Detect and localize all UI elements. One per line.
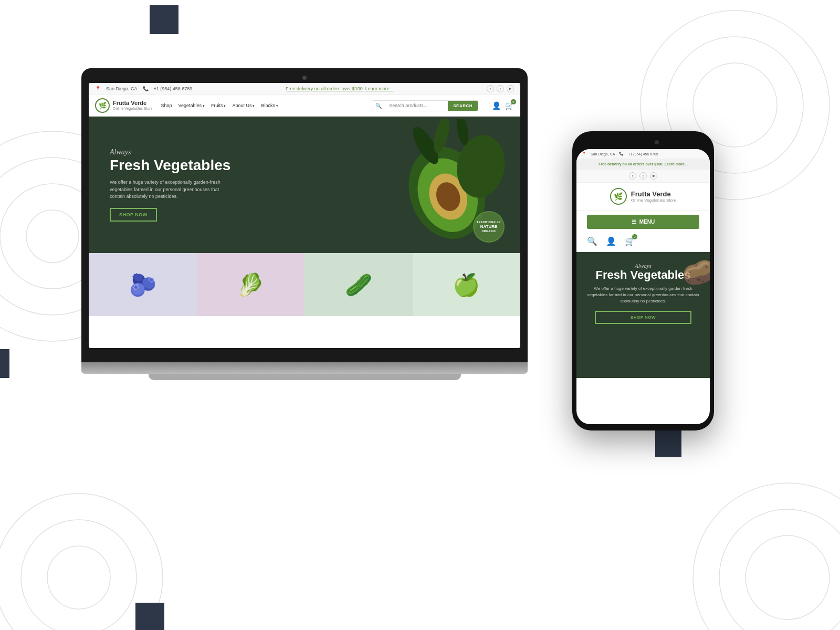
phone-logo-name: Frutta Verde (631, 190, 676, 198)
phone-logo-icon: 🌿 (610, 188, 627, 205)
location-pin-icon: 📍 (95, 86, 101, 91)
nav-blocks[interactable]: Blocks (261, 103, 278, 108)
phone-learn-more[interactable]: Learn more... (665, 162, 688, 166)
phone-cart-badge: 0 (632, 234, 637, 239)
cart-icon[interactable]: 🛒 0 (505, 101, 514, 110)
svg-point-10 (693, 483, 840, 630)
laptop-screen: 📍 San Diego, CA 📞 +1 (954) 456 6789 Free… (89, 83, 520, 348)
phone-screen: 📍 San Diego, CA 📞 +1 (954) 456 6789 Free… (576, 149, 710, 424)
cabbage-image: 🥬 (227, 264, 274, 306)
site-hero: Always Fresh Vegetables We offer a huge … (89, 117, 520, 253)
phone-youtube-icon[interactable]: ▶ (650, 172, 657, 180)
phone-logo-sub: Online Vegetables Store (631, 198, 676, 203)
nav-shop[interactable]: Shop (161, 103, 172, 108)
site-topbar: 📍 San Diego, CA 📞 +1 (954) 456 6789 Free… (89, 83, 520, 95)
logo-sub: Online Vegetables Store (113, 107, 153, 111)
phone-frame: 📍 San Diego, CA 📞 +1 (954) 456 6789 Free… (572, 131, 714, 430)
berries-image: 🫐 (119, 264, 166, 306)
account-icon[interactable]: 👤 (492, 101, 501, 110)
nature-badge: TRADITIONALLY NATURE ORGANIC (473, 211, 505, 243)
nav-about[interactable]: About Us (232, 103, 255, 108)
laptop-mockup: 📍 San Diego, CA 📞 +1 (954) 456 6789 Free… (81, 68, 528, 394)
product-strip: 🫐 🥬 🥒 🍏 (89, 253, 520, 316)
phone-notch (622, 138, 664, 147)
svg-point-5 (21, 520, 136, 630)
phone-search-icon[interactable]: 🔍 (587, 236, 597, 246)
logo-name: Frutta Verde (113, 100, 153, 107)
topbar-left: 📍 San Diego, CA 📞 +1 (954) 456 6789 (95, 86, 192, 91)
hero-cta-button[interactable]: SHOP NOW (110, 208, 157, 222)
hero-desc: We offer a huge variety of exceptionally… (110, 179, 225, 201)
phone-camera (655, 140, 659, 144)
phone-mockup: 📍 San Diego, CA 📞 +1 (954) 456 6789 Free… (572, 131, 714, 430)
product-apple: 🍏 (413, 253, 521, 316)
phone-hero-cta[interactable]: SHOP NOW (595, 311, 691, 324)
laptop-camera (302, 76, 307, 80)
phone-topbar: 📍 San Diego, CA 📞 +1 (954) 456 6789 (576, 149, 710, 159)
svg-point-3 (26, 210, 79, 262)
phone-account-icon[interactable]: 👤 (606, 236, 616, 246)
phone-phone: +1 (954) 456 6789 (628, 152, 658, 156)
phone-social: f t ▶ (576, 170, 710, 183)
twitter-icon[interactable]: t (497, 85, 504, 92)
topbar-phone: +1 (954) 456 6789 (154, 86, 193, 91)
search-button[interactable]: SEARCH (448, 101, 478, 111)
topbar-social: f t ▶ (487, 85, 514, 92)
phone-menu-button[interactable]: ☰ MENU (587, 215, 699, 229)
topbar-location: San Diego, CA (106, 86, 138, 91)
badge-organic: ORGANIC (481, 229, 496, 233)
hero-image: TRADITIONALLY NATURE ORGANIC (342, 117, 520, 253)
search-area[interactable]: 🔍 SEARCH (372, 100, 478, 111)
search-icon: 🔍 (372, 103, 385, 109)
nav-vegetables[interactable]: Vegetables (178, 103, 205, 108)
badge-nature: NATURE (480, 224, 498, 229)
svg-point-6 (47, 546, 110, 609)
cucumber-image: 🥒 (335, 264, 382, 306)
site-navbar: 🌿 Frutta Verde Online Vegetables Store S… (89, 95, 520, 117)
product-cabbage: 🥬 (197, 253, 305, 316)
product-berries: 🫐 (89, 253, 197, 316)
topbar-promo: Free delivery on all orders over $100. L… (286, 86, 393, 91)
search-input[interactable] (385, 101, 448, 110)
dark-accent-1 (150, 5, 178, 34)
phone-phone-icon: 📞 (619, 152, 624, 156)
laptop-foot (149, 374, 461, 380)
menu-label: MENU (639, 219, 655, 225)
dark-accent-4 (135, 603, 164, 630)
topbar-phone-icon: 📞 (143, 86, 149, 91)
hero-always: Always (110, 148, 230, 156)
phone-delivery-bar: Free delivery on all orders over $100. L… (576, 159, 710, 170)
hamburger-icon: ☰ (632, 219, 636, 225)
phone-twitter-icon[interactable]: t (639, 172, 647, 180)
laptop-base (81, 362, 528, 374)
cart-badge: 0 (511, 99, 516, 104)
dark-accent-2 (0, 349, 9, 378)
laptop-frame: 📍 San Diego, CA 📞 +1 (954) 456 6789 Free… (81, 68, 528, 362)
apple-image: 🍏 (443, 264, 490, 306)
hero-title: Fresh Vegetables (110, 158, 230, 174)
hero-content: Always Fresh Vegetables We offer a huge … (89, 138, 251, 232)
phone-hero: Always Fresh Vegetables We offer a huge … (576, 252, 710, 378)
logo-text: Frutta Verde Online Vegetables Store (113, 100, 153, 111)
phone-facebook-icon[interactable]: f (629, 172, 636, 180)
nav-fruits[interactable]: Fruits (211, 103, 226, 108)
logo-icon: 🌿 (95, 98, 110, 113)
phone-location: San Diego, CA (591, 152, 615, 156)
phone-delivery-text: Free delivery on all orders over $100. (598, 162, 663, 166)
product-cucumber: 🥒 (304, 253, 413, 316)
svg-point-11 (719, 509, 840, 630)
nav-icons: 👤 🛒 0 (492, 101, 514, 110)
youtube-icon[interactable]: ▶ (507, 85, 514, 92)
phone-logo-text: Frutta Verde Online Vegetables Store (631, 190, 676, 203)
phone-action-icons: 🔍 👤 🛒 0 (576, 233, 710, 252)
svg-point-12 (746, 536, 830, 620)
dark-accent-3 (655, 430, 681, 457)
learn-more-link[interactable]: Learn more... (365, 86, 394, 91)
nav-links: Shop Vegetables Fruits About Us Blocks (161, 103, 364, 108)
phone-cart-icon[interactable]: 🛒 0 (625, 236, 635, 246)
facebook-icon[interactable]: f (487, 85, 494, 92)
phone-logo-area: 🌿 Frutta Verde Online Vegetables Store (576, 183, 710, 211)
phone-location-pin: 📍 (582, 152, 586, 156)
phone-hero-desc: We offer a huge variety of exceptionally… (584, 286, 702, 304)
logo-area: 🌿 Frutta Verde Online Vegetables Store (95, 98, 153, 113)
